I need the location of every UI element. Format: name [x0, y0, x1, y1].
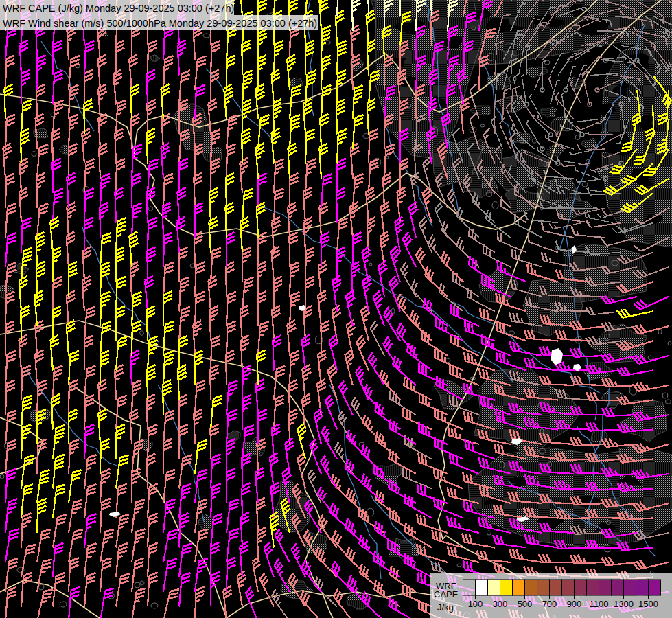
svg-text:500: 500: [518, 599, 533, 609]
svg-text:WRF CAPE (J/kg) Monday 29-09-2: WRF CAPE (J/kg) Monday 29-09-2025 03:00 …: [3, 3, 234, 14]
svg-text:700: 700: [542, 599, 557, 609]
svg-text:CAPE: CAPE: [434, 589, 459, 599]
svg-text:100: 100: [468, 599, 483, 609]
svg-text:WRF Wind shear (m/s) 500/1000h: WRF Wind shear (m/s) 500/1000hPa Monday …: [3, 18, 317, 29]
svg-text:300: 300: [493, 599, 508, 609]
svg-text:J/kg: J/kg: [437, 602, 454, 613]
svg-text:1100: 1100: [590, 599, 609, 609]
svg-text:1300: 1300: [614, 599, 634, 609]
svg-text:1500: 1500: [638, 599, 658, 609]
svg-text:900: 900: [567, 599, 582, 609]
